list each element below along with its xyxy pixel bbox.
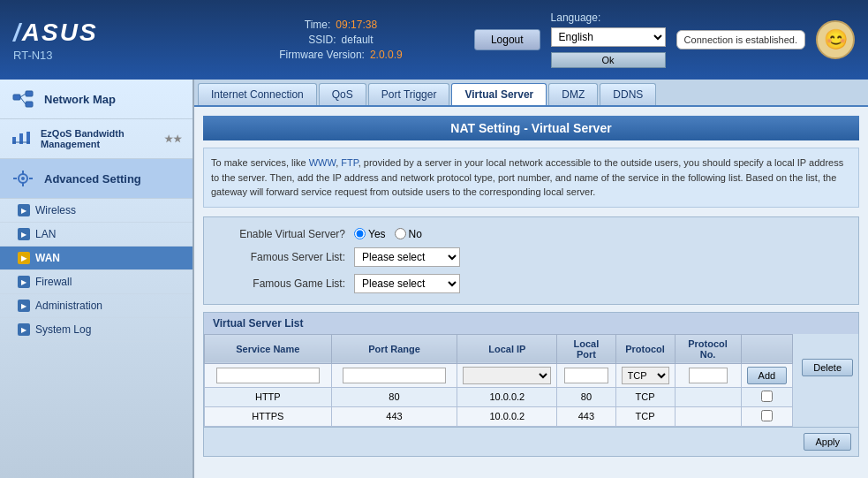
description-text: To make services, like WWW, FTP, provide… (203, 148, 859, 208)
svg-line-3 (20, 94, 26, 97)
system-log-arrow-icon: ▶ (18, 323, 30, 336)
enable-yes-label: Yes (368, 228, 386, 240)
enable-no-option[interactable]: No (395, 228, 422, 240)
administration-label: Administration (35, 300, 102, 312)
lan-label: LAN (35, 228, 56, 240)
header-right: Logout Language: English Ok Connection i… (474, 11, 855, 68)
sidebar-item-lan[interactable]: ▶ LAN (0, 223, 192, 247)
famous-game-row: Famous Game List: Please select (204, 270, 858, 297)
wireless-label: Wireless (35, 204, 76, 216)
svg-rect-1 (26, 91, 33, 96)
service-name-input[interactable] (216, 368, 321, 383)
firmware-label: Firmware Version: (279, 49, 365, 61)
col-service-name: Service Name (205, 334, 332, 363)
action-buttons: Apply (204, 427, 858, 456)
firmware-value[interactable]: 2.0.0.9 (370, 49, 403, 61)
firewall-arrow-icon: ▶ (18, 276, 30, 288)
ok-button[interactable]: Ok (551, 52, 666, 68)
protocol-select[interactable]: TCP UDP Both (622, 367, 669, 384)
protocol-no-http (675, 387, 741, 406)
language-select[interactable]: English (551, 27, 666, 47)
svg-point-10 (21, 177, 25, 180)
famous-server-label: Famous Server List: (222, 251, 345, 263)
protocol-https: TCP (615, 406, 675, 426)
tab-port-trigger[interactable]: Port Trigger (368, 83, 450, 105)
list-header: Virtual Server List (204, 313, 858, 334)
sidebar-item-wan[interactable]: ▶ WAN (0, 247, 192, 270)
tab-ddns[interactable]: DDNS (600, 83, 656, 105)
add-button[interactable]: Add (747, 367, 788, 384)
sidebar-item-advanced[interactable]: Advanced Setting (0, 159, 192, 199)
lan-arrow-icon: ▶ (18, 228, 30, 240)
tab-dmz[interactable]: DMZ (548, 83, 598, 105)
enable-label: Enable Virtual Server? (222, 228, 345, 240)
svg-rect-2 (26, 102, 33, 107)
enable-no-radio[interactable] (395, 228, 406, 239)
protocol-no-input[interactable] (689, 368, 728, 383)
local-ip-https: 10.0.0.2 (457, 406, 557, 426)
connection-status: Connection is established. (676, 30, 805, 49)
sidebar-item-administration[interactable]: ▶ Administration (0, 294, 192, 318)
ezqos-label: EzQoS Bandwidth Management (41, 128, 155, 149)
checkbox-http[interactable] (761, 391, 773, 402)
input-local-ip-cell (457, 363, 557, 387)
delete-button[interactable]: Delete (802, 359, 853, 376)
tab-bar: Internet Connection QoS Port Trigger Vir… (194, 80, 868, 107)
ssid-value: default (342, 34, 374, 46)
port-range-http: 80 (331, 387, 457, 406)
language-label: Language: (551, 11, 666, 24)
famous-game-select[interactable]: Please select (354, 274, 460, 293)
logout-button[interactable]: Logout (474, 29, 540, 50)
input-protocol-no-cell (675, 363, 741, 387)
table-row: HTTPS 443 10.0.0.2 443 TCP (205, 406, 793, 426)
sidebar-item-system-log[interactable]: ▶ System Log (0, 318, 192, 342)
checkbox-http-cell (741, 387, 793, 406)
advanced-label: Advanced Setting (44, 172, 141, 186)
enable-row: Enable Virtual Server? Yes No (204, 224, 858, 244)
time-label: Time: (305, 19, 331, 31)
model-name: RT-N13 (13, 49, 53, 62)
service-name-https: HTTPS (205, 406, 332, 426)
apply-button[interactable]: Apply (804, 433, 851, 451)
sidebar-item-wireless[interactable]: ▶ Wireless (0, 199, 192, 223)
enable-yes-radio[interactable] (354, 228, 366, 239)
tab-virtual-server[interactable]: Virtual Server (451, 83, 547, 105)
local-ip-select[interactable] (463, 367, 551, 384)
sidebar-item-firewall[interactable]: ▶ Firewall (0, 270, 192, 294)
input-local-port-cell (557, 363, 615, 387)
local-port-input[interactable] (564, 368, 608, 383)
famous-server-select[interactable]: Please select (354, 247, 460, 267)
enable-radio-group: Yes No (354, 228, 422, 240)
ftp-link[interactable]: FTP (341, 157, 358, 168)
virtual-server-list: Virtual Server List Service Name Port Ra… (203, 312, 859, 457)
avatar: 😊 (816, 20, 855, 59)
col-port-range: Port Range (331, 334, 457, 363)
input-port-range-cell (331, 363, 457, 387)
server-table-wrapper: Service Name Port Range Local IP Local P… (204, 334, 793, 427)
tab-internet-connection[interactable]: Internet Connection (198, 83, 317, 105)
www-link[interactable]: WWW (309, 157, 336, 168)
svg-rect-5 (12, 137, 16, 144)
famous-server-row: Famous Server List: Please select (204, 244, 858, 270)
server-table: Service Name Port Range Local IP Local P… (204, 334, 793, 427)
enable-yes-option[interactable]: Yes (354, 228, 386, 240)
section-title: NAT Setting - Virtual Server (203, 116, 859, 140)
famous-game-label: Famous Game List: (222, 277, 345, 290)
protocol-no-https (675, 406, 741, 426)
table-area: Service Name Port Range Local IP Local P… (204, 334, 858, 427)
sidebar-item-network-map[interactable]: Network Map (0, 80, 192, 119)
content-body: NAT Setting - Virtual Server To make ser… (194, 107, 868, 466)
wireless-arrow-icon: ▶ (18, 204, 30, 216)
sidebar-item-ezqos[interactable]: EzQoS Bandwidth Management ★★ (0, 119, 192, 159)
port-range-input[interactable] (343, 368, 446, 383)
col-local-port: Local Port (557, 334, 615, 363)
tab-qos[interactable]: QoS (319, 83, 366, 105)
col-local-ip: Local IP (457, 334, 557, 363)
sidebar: Network Map EzQoS Bandwidth Management ★… (0, 80, 194, 478)
advanced-icon (11, 168, 35, 189)
svg-rect-0 (13, 95, 20, 100)
col-action (741, 334, 793, 363)
ssid-label: SSID: (308, 34, 336, 46)
time-value[interactable]: 09:17:38 (336, 19, 377, 31)
checkbox-https[interactable] (761, 410, 773, 421)
